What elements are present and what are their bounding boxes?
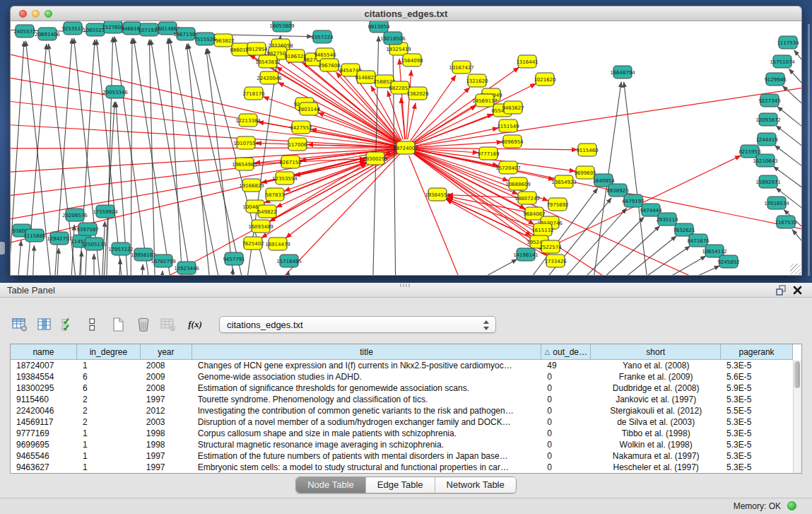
scrollbar-thumb[interactable] bbox=[794, 361, 800, 388]
delete-table-icon[interactable] bbox=[134, 315, 155, 334]
citation-edge[interactable] bbox=[399, 59, 405, 139]
table-cell[interactable]: de Silva et al. (2003) bbox=[591, 416, 721, 428]
graph-node[interactable]: 9463627 bbox=[502, 101, 524, 114]
citation-edge[interactable] bbox=[170, 38, 223, 276]
table-cell[interactable]: 5.6E-5 bbox=[721, 371, 793, 382]
graph-node[interactable]: 14196141 bbox=[513, 248, 539, 261]
citation-edge[interactable] bbox=[794, 50, 802, 78]
table-cell[interactable]: 9465546 bbox=[11, 450, 77, 462]
table-cell[interactable]: 2008 bbox=[141, 382, 192, 394]
graph-node[interactable]: 9253513 bbox=[61, 22, 83, 35]
graph-node[interactable]: 9699695 bbox=[574, 166, 596, 179]
graph-node[interactable]: 16210643 bbox=[753, 154, 778, 167]
graph-node[interactable]: 15751074 bbox=[770, 55, 795, 68]
citation-edge[interactable] bbox=[106, 37, 113, 276]
table-cell[interactable]: Yano et al. (2008) bbox=[591, 360, 721, 371]
graph-node[interactable]: 9227343 bbox=[758, 94, 780, 107]
citation-edge[interactable] bbox=[777, 107, 802, 138]
table-cell[interactable]: 5.3E-5 bbox=[721, 428, 793, 439]
table-cell[interactable]: 1997 bbox=[141, 394, 192, 405]
graph-node[interactable]: 8813054 bbox=[367, 21, 390, 33]
table-cell[interactable]: 9463627 bbox=[11, 462, 77, 473]
table-cell[interactable]: Investigating the contribution of common… bbox=[192, 405, 542, 416]
column-header-title[interactable]: title bbox=[192, 344, 542, 360]
table-cell[interactable]: 1 bbox=[77, 360, 141, 371]
table-cell[interactable]: 1 bbox=[77, 462, 141, 473]
citation-edge[interactable] bbox=[118, 259, 120, 276]
table-row[interactable]: 2242004622012Investigating the contribut… bbox=[11, 405, 793, 416]
graph-node[interactable]: 8427552 bbox=[290, 121, 312, 134]
table-row[interactable]: 1938455462009Genome-wide association stu… bbox=[11, 371, 793, 382]
citation-edge[interactable] bbox=[775, 146, 802, 177]
table-cell[interactable]: 19384554 bbox=[11, 371, 77, 382]
table-cell[interactable]: 49 bbox=[541, 360, 591, 371]
row-height-icon[interactable] bbox=[84, 315, 105, 334]
table-cell[interactable]: Nakamura et al. (1997) bbox=[591, 450, 721, 462]
table-cell[interactable]: Tourette syndrome. Phenomenology and cla… bbox=[192, 394, 542, 405]
table-cell[interactable]: 2 bbox=[77, 394, 141, 405]
graph-node[interactable]: 13654923 bbox=[551, 175, 577, 188]
citation-edge[interactable] bbox=[559, 217, 644, 276]
graph-node[interactable]: 2803144 bbox=[298, 103, 320, 115]
table-cell[interactable]: 5.3E-5 bbox=[721, 416, 793, 428]
table-cell[interactable]: 5.9E-5 bbox=[721, 382, 793, 394]
table-cell[interactable]: 2 bbox=[77, 405, 141, 416]
citation-edge[interactable] bbox=[776, 126, 802, 157]
table-cell[interactable]: 2008 bbox=[141, 360, 192, 371]
graph-node[interactable]: 1244419 bbox=[755, 133, 777, 146]
table-cell[interactable]: Disruption of a novel member of a sodium… bbox=[192, 416, 542, 428]
table-cell[interactable]: Stergiakouli et al. (2012) bbox=[591, 405, 721, 416]
citation-edge[interactable] bbox=[435, 259, 517, 276]
graph-node[interactable]: 117006 bbox=[288, 138, 307, 151]
table-cell[interactable]: Estimation of significance thresholds fo… bbox=[192, 382, 542, 394]
table-cell[interactable]: 2 bbox=[77, 416, 141, 428]
graph-node[interactable]: 9777169 bbox=[477, 147, 499, 160]
table-cell[interactable]: 5.3E-5 bbox=[721, 439, 793, 450]
close-panel-icon[interactable] bbox=[792, 285, 803, 296]
graph-node[interactable]: 549822 bbox=[258, 205, 277, 218]
graph-node[interactable]: 2718176 bbox=[242, 87, 265, 100]
citation-edge[interactable] bbox=[16, 240, 21, 276]
table-row[interactable]: 946554611997Estimation of the future num… bbox=[11, 450, 793, 462]
select-columns-icon[interactable] bbox=[35, 315, 56, 334]
table-cell[interactable]: Corpus callosum shape and size in male p… bbox=[192, 428, 542, 439]
table-cell[interactable]: 9777169 bbox=[11, 428, 77, 439]
graph-node[interactable]: 587833 bbox=[266, 188, 285, 201]
citation-edge[interactable] bbox=[575, 226, 660, 276]
table-cell[interactable]: 0 bbox=[541, 416, 591, 428]
graph-node[interactable]: 1362028 bbox=[406, 87, 428, 100]
table-cell[interactable]: 5.3E-5 bbox=[721, 360, 793, 371]
graph-node[interactable]: 1321620 bbox=[466, 74, 488, 87]
citation-edge[interactable] bbox=[414, 85, 802, 146]
column-header-name[interactable]: name bbox=[11, 344, 77, 360]
table-cell[interactable]: 0 bbox=[541, 382, 591, 394]
graph-node[interactable]: 17016534 bbox=[764, 197, 789, 209]
graph-node[interactable]: 12923446 bbox=[174, 262, 199, 274]
graph-node[interactable]: 17957222 bbox=[108, 243, 134, 255]
graph-node[interactable]: 9245852 bbox=[717, 255, 739, 268]
import-table-icon[interactable] bbox=[158, 315, 180, 334]
table-cell[interactable]: 0 bbox=[541, 428, 591, 439]
graph-node[interactable]: 8357224 bbox=[311, 30, 334, 43]
column-header-out_de[interactable]: △out_de… bbox=[541, 344, 591, 360]
citation-edge[interactable] bbox=[141, 264, 143, 276]
table-row[interactable]: 1456911722003Disruption of a novel membe… bbox=[11, 416, 793, 428]
table-cell[interactable]: 22420046 bbox=[11, 405, 77, 416]
citation-edge[interactable] bbox=[447, 195, 519, 198]
column-header-short[interactable]: short bbox=[591, 344, 721, 360]
graph-node[interactable]: 1733426 bbox=[544, 255, 567, 267]
graph-node[interactable]: 1151549 bbox=[497, 119, 519, 132]
table-cell[interactable]: 2012 bbox=[141, 405, 192, 416]
table-cell[interactable]: 1 bbox=[77, 439, 141, 450]
graph-node[interactable]: 19218506 bbox=[380, 32, 406, 45]
graph-node[interactable]: 19166829 bbox=[239, 179, 264, 192]
graph-node[interactable]: 1316441 bbox=[516, 55, 538, 68]
table-cell[interactable]: Hescheler et al. (1997) bbox=[591, 462, 721, 473]
graph-node[interactable]: 10107554 bbox=[233, 136, 259, 149]
table-cell[interactable]: 1 bbox=[77, 450, 141, 462]
graph-node[interactable]: 2935114 bbox=[656, 213, 678, 226]
table-cell[interactable]: 6 bbox=[77, 371, 141, 382]
table-cell[interactable]: Wolkin et al. (1998) bbox=[591, 439, 721, 450]
citation-edge[interactable] bbox=[32, 245, 34, 276]
graph-node[interactable]: 10688609 bbox=[505, 177, 531, 190]
